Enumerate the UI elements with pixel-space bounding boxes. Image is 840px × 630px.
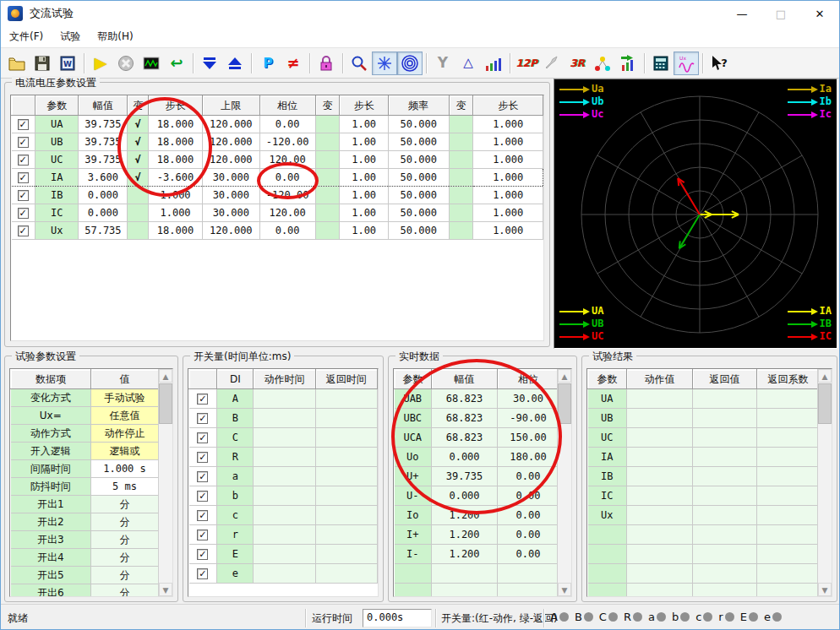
param-name-cell[interactable]: Ux <box>35 222 79 240</box>
menu-test[interactable]: 试验 <box>52 26 89 47</box>
param-value-cell[interactable]: 0.000 <box>79 204 128 222</box>
switch-checkbox-cell[interactable]: ✓ <box>189 486 217 506</box>
param-value-cell[interactable]: 0.00 <box>259 222 315 240</box>
switch-checkbox-cell[interactable]: ✓ <box>189 389 217 409</box>
param-value-cell[interactable]: √ <box>128 169 149 187</box>
switch-checkbox[interactable]: ✓ <box>197 491 208 502</box>
row-checkbox[interactable]: ✓ <box>18 225 29 236</box>
switch-checkbox[interactable]: ✓ <box>197 394 208 405</box>
step-up-icon[interactable] <box>222 52 248 75</box>
param-value-cell[interactable] <box>128 222 149 240</box>
param-value-cell[interactable]: 50.000 <box>388 222 449 240</box>
param-value-cell[interactable]: 50.000 <box>388 187 449 204</box>
test-param-value[interactable]: 分 <box>91 584 159 598</box>
param-value-cell[interactable]: 1.000 <box>473 187 543 204</box>
param-value-cell[interactable] <box>315 133 340 151</box>
scroll-down-icon[interactable]: ▼ <box>159 583 172 596</box>
param-name-cell[interactable]: UB <box>35 133 79 151</box>
param-name-cell[interactable]: UC <box>35 151 79 169</box>
param-value-cell[interactable] <box>449 187 473 204</box>
test-param-value[interactable]: 分 <box>91 531 159 549</box>
row-checkbox-cell[interactable]: ✓ <box>12 169 35 187</box>
row-checkbox[interactable]: ✓ <box>18 137 29 148</box>
calculator-icon[interactable] <box>648 52 674 75</box>
param-value-cell[interactable]: 120.00 <box>259 151 315 169</box>
scroll-down-icon[interactable]: ▼ <box>818 583 832 596</box>
param-value-cell[interactable]: 50.000 <box>388 133 449 151</box>
scroll-down-icon[interactable]: ▼ <box>558 583 571 596</box>
param-value-cell[interactable]: √ <box>128 133 149 151</box>
param-value-cell[interactable]: 1.00 <box>340 133 389 151</box>
three-phase-icon[interactable]: 3R <box>565 52 590 75</box>
param-name-cell[interactable]: IA <box>35 169 79 187</box>
step-down-icon[interactable] <box>197 52 222 75</box>
param-value-cell[interactable]: 0.00 <box>259 116 315 133</box>
wave-monitor-icon[interactable]: Ux <box>674 52 699 75</box>
param-value-cell[interactable] <box>315 222 340 240</box>
test-param-value[interactable]: 分 <box>91 549 159 567</box>
stop-test-icon[interactable] <box>113 52 139 75</box>
param-value-cell[interactable]: 50.000 <box>388 169 449 187</box>
row-checkbox-cell[interactable]: ✓ <box>12 204 35 222</box>
param-value-cell[interactable] <box>315 169 340 187</box>
export-report-icon[interactable]: W <box>55 52 80 75</box>
param-value-cell[interactable]: 1.00 <box>340 204 389 222</box>
close-button[interactable]: ✕ <box>800 1 839 26</box>
param-name-cell[interactable]: IC <box>35 204 79 222</box>
switch-checkbox[interactable]: ✓ <box>197 471 208 482</box>
zoom-icon[interactable] <box>346 52 372 75</box>
harmonic-icon[interactable] <box>481 52 506 75</box>
twelve-phase-icon[interactable]: 12P <box>514 52 539 75</box>
param-value-cell[interactable]: 1.000 <box>473 151 543 169</box>
scroll-thumb[interactable] <box>159 383 172 424</box>
param-value-cell[interactable]: 120.000 <box>202 151 259 169</box>
param-value-cell[interactable] <box>449 133 473 151</box>
param-value-cell[interactable]: -120.00 <box>259 133 315 151</box>
row-checkbox[interactable]: ✓ <box>18 172 29 183</box>
switch-checkbox-cell[interactable]: ✓ <box>189 428 217 448</box>
realtime-scrollbar[interactable]: ▲ ▼ <box>557 369 571 596</box>
param-value-cell[interactable]: 0.00 <box>259 169 315 187</box>
param-value-cell[interactable] <box>449 204 473 222</box>
row-checkbox-cell[interactable]: ✓ <box>12 133 35 151</box>
param-name-cell[interactable]: IB <box>35 187 79 204</box>
param-value-cell[interactable]: 18.000 <box>149 116 203 133</box>
row-checkbox[interactable]: ✓ <box>18 119 29 130</box>
switch-checkbox-cell[interactable]: ✓ <box>189 467 217 486</box>
open-file-icon[interactable] <box>4 52 30 75</box>
test-param-value[interactable]: 动作停止 <box>91 425 159 443</box>
param-value-cell[interactable]: 18.000 <box>149 222 203 240</box>
undo-icon[interactable]: ↩ <box>164 52 189 75</box>
param-value-cell[interactable]: 18.000 <box>149 133 203 151</box>
param-value-cell[interactable] <box>449 169 473 187</box>
switch-checkbox-cell[interactable]: ✓ <box>189 506 217 525</box>
param-value-cell[interactable]: 39.735 <box>79 151 128 169</box>
results-scrollbar[interactable]: ▲ ▼ <box>817 369 832 596</box>
param-value-cell[interactable]: 39.735 <box>79 116 128 133</box>
param-value-cell[interactable]: 50.000 <box>388 204 449 222</box>
row-checkbox-cell[interactable]: ✓ <box>12 151 35 169</box>
param-value-cell[interactable]: 1.00 <box>340 169 389 187</box>
test-param-value[interactable]: 分 <box>91 567 159 584</box>
start-test-icon[interactable]: ▶ <box>88 52 113 75</box>
switch-checkbox[interactable]: ✓ <box>197 413 208 424</box>
row-checkbox[interactable]: ✓ <box>18 190 29 201</box>
param-value-cell[interactable]: 1.000 <box>473 204 543 222</box>
node-map-icon[interactable] <box>590 52 615 75</box>
param-value-cell[interactable]: 1.00 <box>340 151 389 169</box>
row-checkbox[interactable]: ✓ <box>18 208 29 219</box>
delta-connect-icon[interactable]: △ <box>455 52 481 75</box>
param-value-cell[interactable]: 18.000 <box>149 151 203 169</box>
test-param-value[interactable]: 任意值 <box>91 407 159 425</box>
param-value-cell[interactable]: 1.00 <box>340 222 389 240</box>
scroll-thumb[interactable] <box>818 383 832 424</box>
save-icon[interactable] <box>30 52 55 75</box>
switch-checkbox-cell[interactable]: ✓ <box>189 525 217 545</box>
test-param-value[interactable]: 5 ms <box>91 478 159 496</box>
scroll-up-icon[interactable]: ▲ <box>818 369 832 383</box>
param-value-cell[interactable]: 30.000 <box>202 204 259 222</box>
param-value-cell[interactable]: 1.000 <box>149 204 203 222</box>
row-checkbox-cell[interactable]: ✓ <box>12 187 35 204</box>
param-value-cell[interactable]: 1.000 <box>149 187 203 204</box>
fault-set-icon[interactable]: ≠ <box>281 52 306 75</box>
